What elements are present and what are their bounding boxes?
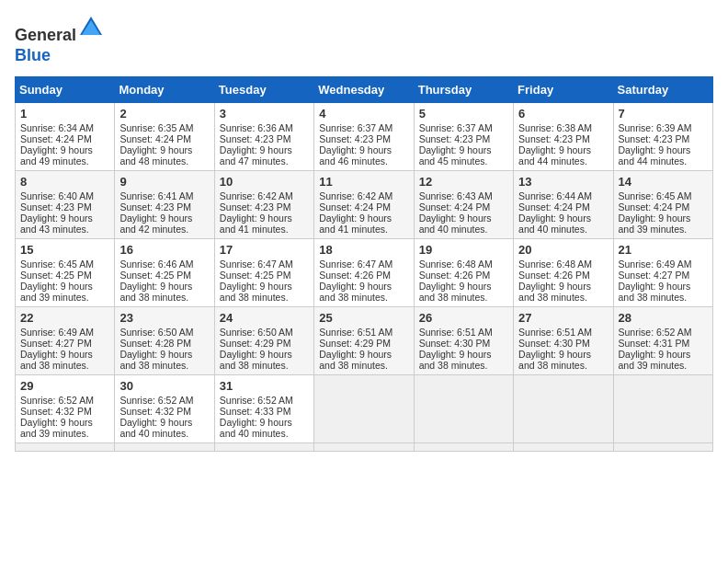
calendar-cell xyxy=(314,443,414,452)
day-number: 15 xyxy=(20,243,109,257)
daylight-label: Daylight: 9 hours and 40 minutes. xyxy=(220,417,292,439)
sunset-label: Sunset: 4:25 PM xyxy=(119,270,191,281)
calendar-cell: 31 Sunrise: 6:52 AM Sunset: 4:33 PM Dayl… xyxy=(214,375,313,443)
daylight-label: Daylight: 9 hours and 38 minutes. xyxy=(518,349,591,371)
calendar-cell xyxy=(314,375,414,443)
day-number: 2 xyxy=(119,107,209,121)
calendar-cell xyxy=(613,375,712,443)
calendar-cell: 13 Sunrise: 6:44 AM Sunset: 4:24 PM Dayl… xyxy=(514,171,613,239)
day-number: 28 xyxy=(619,311,708,325)
daylight-label: Daylight: 9 hours and 39 minutes. xyxy=(20,281,93,303)
calendar-cell: 24 Sunrise: 6:50 AM Sunset: 4:29 PM Dayl… xyxy=(214,307,313,375)
daylight-label: Daylight: 9 hours and 40 minutes. xyxy=(518,213,591,235)
daylight-label: Daylight: 9 hours and 38 minutes. xyxy=(20,349,93,371)
sunset-label: Sunset: 4:26 PM xyxy=(319,270,391,281)
col-saturday: Saturday xyxy=(613,77,712,103)
calendar-row-5 xyxy=(16,443,713,452)
day-number: 3 xyxy=(220,107,309,121)
sunset-label: Sunset: 4:24 PM xyxy=(119,133,191,144)
sunrise-label: Sunrise: 6:50 AM xyxy=(220,327,293,338)
calendar-row-2: 15 Sunrise: 6:45 AM Sunset: 4:25 PM Dayl… xyxy=(16,239,713,307)
daylight-label: Daylight: 9 hours and 38 minutes. xyxy=(319,281,392,303)
daylight-label: Daylight: 9 hours and 38 minutes. xyxy=(619,281,691,303)
sunset-label: Sunset: 4:23 PM xyxy=(20,201,92,213)
day-number: 5 xyxy=(419,107,508,121)
daylight-label: Daylight: 9 hours and 39 minutes. xyxy=(619,349,691,371)
sunset-label: Sunset: 4:29 PM xyxy=(319,338,391,349)
sunrise-label: Sunrise: 6:51 AM xyxy=(319,327,392,338)
calendar-cell: 21 Sunrise: 6:49 AM Sunset: 4:27 PM Dayl… xyxy=(613,239,712,307)
page-header: General Blue xyxy=(15,15,713,65)
calendar-cell: 14 Sunrise: 6:45 AM Sunset: 4:24 PM Dayl… xyxy=(613,171,712,239)
sunset-label: Sunset: 4:27 PM xyxy=(20,338,92,349)
logo-icon xyxy=(78,15,104,40)
calendar-cell: 22 Sunrise: 6:49 AM Sunset: 4:27 PM Dayl… xyxy=(16,307,115,375)
daylight-label: Daylight: 9 hours and 44 minutes. xyxy=(619,144,691,167)
daylight-label: Daylight: 9 hours and 46 minutes. xyxy=(319,144,392,167)
sunrise-label: Sunrise: 6:41 AM xyxy=(119,190,193,201)
sunrise-label: Sunrise: 6:37 AM xyxy=(319,122,392,133)
sunset-label: Sunset: 4:32 PM xyxy=(20,406,92,417)
sunset-label: Sunset: 4:24 PM xyxy=(20,133,92,144)
calendar-cell xyxy=(16,443,115,452)
sunrise-label: Sunrise: 6:51 AM xyxy=(518,327,592,338)
col-wednesday: Wednesday xyxy=(314,77,414,103)
daylight-label: Daylight: 9 hours and 38 minutes. xyxy=(119,281,192,303)
daylight-label: Daylight: 9 hours and 41 minutes. xyxy=(220,213,292,235)
sunset-label: Sunset: 4:23 PM xyxy=(619,133,690,144)
sunrise-label: Sunrise: 6:36 AM xyxy=(220,122,293,133)
day-number: 26 xyxy=(419,311,508,325)
day-number: 10 xyxy=(220,175,309,189)
sunset-label: Sunset: 4:24 PM xyxy=(518,201,590,213)
logo-blue: Blue xyxy=(15,46,51,64)
day-number: 8 xyxy=(20,175,109,189)
daylight-label: Daylight: 9 hours and 47 minutes. xyxy=(220,144,292,167)
calendar-cell: 2 Sunrise: 6:35 AM Sunset: 4:24 PM Dayli… xyxy=(115,103,214,171)
day-number: 24 xyxy=(220,311,309,325)
sunrise-label: Sunrise: 6:45 AM xyxy=(20,259,94,270)
calendar-row-0: 1 Sunrise: 6:34 AM Sunset: 4:24 PM Dayli… xyxy=(16,103,713,171)
header-row: Sunday Monday Tuesday Wednesday Thursday… xyxy=(16,77,713,103)
calendar-cell: 15 Sunrise: 6:45 AM Sunset: 4:25 PM Dayl… xyxy=(16,239,115,307)
sunset-label: Sunset: 4:32 PM xyxy=(119,406,191,417)
logo-general: General xyxy=(15,26,76,44)
daylight-label: Daylight: 9 hours and 45 minutes. xyxy=(419,144,492,167)
sunrise-label: Sunrise: 6:47 AM xyxy=(319,259,392,270)
daylight-label: Daylight: 9 hours and 38 minutes. xyxy=(419,281,492,303)
calendar-cell xyxy=(214,443,313,452)
day-number: 29 xyxy=(20,379,109,393)
daylight-label: Daylight: 9 hours and 40 minutes. xyxy=(419,213,492,235)
sunrise-label: Sunrise: 6:44 AM xyxy=(518,190,592,201)
sunset-label: Sunset: 4:25 PM xyxy=(20,270,92,281)
day-number: 4 xyxy=(319,107,408,121)
calendar-cell xyxy=(115,443,214,452)
day-number: 16 xyxy=(119,243,209,257)
sunrise-label: Sunrise: 6:47 AM xyxy=(220,259,293,270)
sunset-label: Sunset: 4:30 PM xyxy=(419,338,491,349)
day-number: 9 xyxy=(119,175,209,189)
col-friday: Friday xyxy=(514,77,613,103)
sunset-label: Sunset: 4:23 PM xyxy=(220,133,291,144)
sunrise-label: Sunrise: 6:45 AM xyxy=(619,190,692,201)
calendar-cell: 28 Sunrise: 6:52 AM Sunset: 4:31 PM Dayl… xyxy=(613,307,712,375)
sunrise-label: Sunrise: 6:42 AM xyxy=(319,190,392,201)
calendar-cell: 25 Sunrise: 6:51 AM Sunset: 4:29 PM Dayl… xyxy=(314,307,414,375)
sunset-label: Sunset: 4:23 PM xyxy=(518,133,590,144)
sunset-label: Sunset: 4:26 PM xyxy=(518,270,590,281)
daylight-label: Daylight: 9 hours and 38 minutes. xyxy=(220,281,292,303)
daylight-label: Daylight: 9 hours and 38 minutes. xyxy=(319,349,392,371)
calendar-cell: 20 Sunrise: 6:48 AM Sunset: 4:26 PM Dayl… xyxy=(514,239,613,307)
calendar-cell: 30 Sunrise: 6:52 AM Sunset: 4:32 PM Dayl… xyxy=(115,375,214,443)
sunset-label: Sunset: 4:26 PM xyxy=(419,270,491,281)
day-number: 19 xyxy=(419,243,508,257)
daylight-label: Daylight: 9 hours and 38 minutes. xyxy=(518,281,591,303)
calendar-cell: 8 Sunrise: 6:40 AM Sunset: 4:23 PM Dayli… xyxy=(16,171,115,239)
day-number: 12 xyxy=(419,175,508,189)
calendar-cell xyxy=(613,443,712,452)
daylight-label: Daylight: 9 hours and 39 minutes. xyxy=(619,213,691,235)
calendar-cell: 18 Sunrise: 6:47 AM Sunset: 4:26 PM Dayl… xyxy=(314,239,414,307)
calendar-cell: 1 Sunrise: 6:34 AM Sunset: 4:24 PM Dayli… xyxy=(16,103,115,171)
calendar-cell: 19 Sunrise: 6:48 AM Sunset: 4:26 PM Dayl… xyxy=(414,239,513,307)
day-number: 21 xyxy=(619,243,708,257)
sunrise-label: Sunrise: 6:39 AM xyxy=(619,122,692,133)
